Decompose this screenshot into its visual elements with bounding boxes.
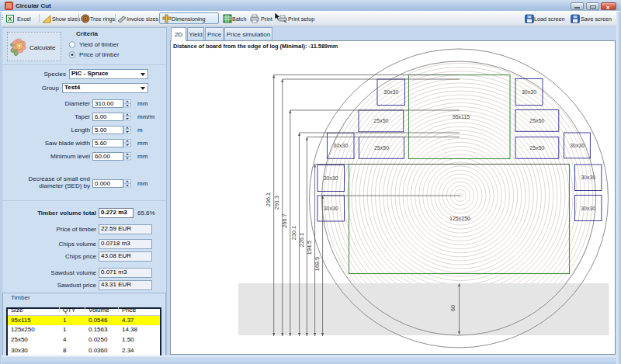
- svg-text:60: 60: [449, 305, 456, 311]
- svg-text:95x115: 95x115: [453, 114, 470, 120]
- svg-text:226.1: 226.1: [298, 233, 305, 247]
- svg-text:230.1: 230.1: [290, 226, 297, 240]
- svg-text:30x30: 30x30: [333, 143, 348, 148]
- svg-text:30x30: 30x30: [581, 175, 595, 180]
- svg-text:25x50: 25x50: [529, 118, 544, 123]
- svg-text:296.1: 296.1: [265, 192, 272, 206]
- svg-text:30x30: 30x30: [570, 143, 585, 148]
- svg-text:25x50: 25x50: [373, 118, 388, 123]
- svg-text:291.3: 291.3: [273, 196, 280, 210]
- svg-text:194.5: 194.5: [306, 241, 313, 255]
- svg-text:168.9: 168.9: [314, 257, 321, 271]
- svg-text:125x250: 125x250: [449, 216, 470, 221]
- svg-text:30x30: 30x30: [383, 89, 398, 95]
- svg-text:30x30: 30x30: [522, 89, 536, 95]
- svg-text:25x50: 25x50: [529, 145, 544, 151]
- svg-text:25x50: 25x50: [374, 145, 389, 151]
- svg-text:30x30: 30x30: [581, 206, 595, 211]
- svg-text:30x30: 30x30: [324, 206, 338, 211]
- svg-text:30x30: 30x30: [324, 175, 338, 181]
- svg-text:266.7: 266.7: [281, 213, 288, 227]
